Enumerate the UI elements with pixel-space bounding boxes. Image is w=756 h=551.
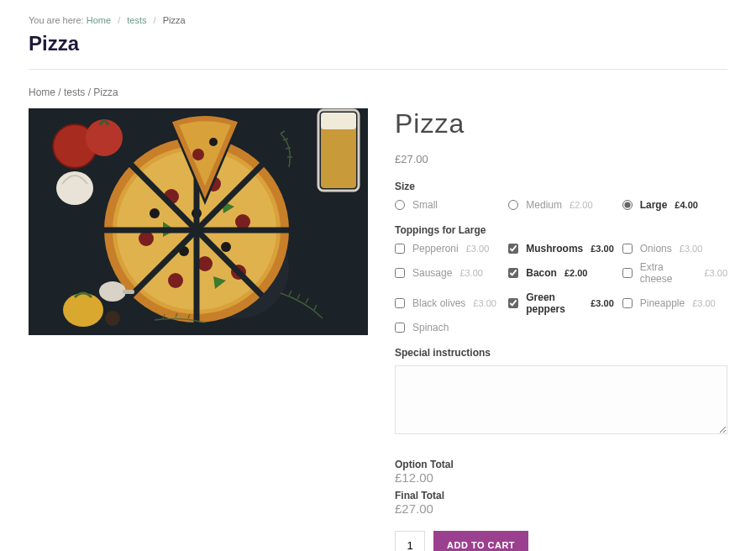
size-price: £2.00 <box>570 200 593 210</box>
option-total-value: £12.00 <box>395 470 727 485</box>
topping-checkbox[interactable] <box>508 244 518 254</box>
topping-option-black-olives[interactable]: Black olives£3.00 <box>395 291 500 315</box>
svg-point-8 <box>139 231 154 246</box>
svg-point-7 <box>235 214 250 229</box>
svg-point-9 <box>197 256 213 271</box>
topping-option-sausage[interactable]: Sausage£3.00 <box>395 261 500 285</box>
page-title: Pizza <box>29 32 727 55</box>
topping-option-bacon[interactable]: Bacon£2.00 <box>508 261 614 285</box>
topping-option-spinach[interactable]: Spinach <box>395 322 500 333</box>
size-radio[interactable] <box>395 200 405 210</box>
topping-checkbox[interactable] <box>508 298 518 308</box>
breadcrumb-shop: Home / tests / Pizza <box>29 87 727 98</box>
breadcrumb-prefix: You are here: <box>29 15 84 25</box>
product-title: Pizza <box>395 108 727 139</box>
svg-point-30 <box>99 281 126 302</box>
quantity-input[interactable] <box>395 531 425 551</box>
topping-price: £3.00 <box>680 244 703 254</box>
size-price: £4.00 <box>675 200 698 210</box>
svg-point-32 <box>105 311 120 326</box>
topping-name: Spinach <box>412 322 449 333</box>
topping-price: £3.00 <box>704 268 727 278</box>
svg-point-29 <box>63 293 103 327</box>
topping-checkbox[interactable] <box>622 268 633 278</box>
size-options: SmallMedium£2.00Large£4.00 <box>395 199 727 211</box>
svg-point-24 <box>86 119 123 156</box>
topping-option-mushrooms[interactable]: Mushrooms£3.00 <box>508 243 614 255</box>
breadcrumb-sep: / <box>154 15 156 25</box>
topping-checkbox[interactable] <box>395 244 405 254</box>
divider <box>29 69 727 70</box>
product-price: £27.00 <box>395 153 727 165</box>
size-name: Small <box>412 199 438 211</box>
size-option-medium[interactable]: Medium£2.00 <box>508 199 613 211</box>
size-name: Large <box>640 199 668 211</box>
toppings-label: Toppings for Large <box>395 224 727 236</box>
topping-price: £3.00 <box>591 244 614 254</box>
final-total-label: Final Total <box>395 490 727 501</box>
svg-point-11 <box>168 273 183 288</box>
topping-name: Black olives <box>412 297 465 309</box>
topping-name: Pepperoni <box>412 243 459 255</box>
breadcrumb-top: You are here: Home / tests / Pizza <box>29 15 727 25</box>
topping-checkbox[interactable] <box>395 298 405 308</box>
topping-options: Pepperoni£3.00Mushrooms£3.00Onions£3.00S… <box>395 243 727 333</box>
svg-rect-31 <box>123 290 134 294</box>
topping-name: Bacon <box>526 267 557 279</box>
size-option-large[interactable]: Large£4.00 <box>622 199 727 211</box>
option-total-label: Option Total <box>395 459 727 470</box>
topping-price: £3.00 <box>473 298 496 308</box>
topping-checkbox[interactable] <box>508 268 518 278</box>
topping-price: £3.00 <box>466 244 490 254</box>
breadcrumb-sep: / <box>118 15 120 25</box>
topping-checkbox[interactable] <box>395 268 405 278</box>
topping-name: Pineapple <box>640 297 685 309</box>
add-to-cart-button[interactable]: ADD TO CART <box>433 531 528 551</box>
topping-price: £3.00 <box>459 268 483 278</box>
topping-price: £2.00 <box>564 268 588 278</box>
size-radio[interactable] <box>622 200 633 210</box>
topping-name: Green peppers <box>526 291 583 315</box>
topping-name: Sausage <box>412 267 452 279</box>
breadcrumb-tests-link[interactable]: tests <box>127 15 146 25</box>
svg-rect-27 <box>321 113 356 129</box>
svg-point-12 <box>150 208 160 218</box>
topping-option-green-peppers[interactable]: Green peppers£3.00 <box>508 291 614 315</box>
product-image[interactable] <box>29 108 368 335</box>
instructions-input[interactable] <box>395 365 727 434</box>
topping-price: £3.00 <box>591 298 614 308</box>
topping-option-onions[interactable]: Onions£3.00 <box>622 243 727 255</box>
topping-option-extra-cheese[interactable]: Extra cheese£3.00 <box>622 261 727 285</box>
topping-name: Extra cheese <box>640 261 697 285</box>
breadcrumb-current: Pizza <box>163 15 186 25</box>
instructions-label: Special instructions <box>395 347 727 359</box>
breadcrumb-home-link[interactable]: Home <box>87 15 111 25</box>
topping-name: Mushrooms <box>526 243 583 255</box>
topping-option-pepperoni[interactable]: Pepperoni£3.00 <box>395 243 500 255</box>
size-radio[interactable] <box>508 200 518 210</box>
topping-option-pineapple[interactable]: Pineapple£3.00 <box>622 291 727 315</box>
size-option-small[interactable]: Small <box>395 199 500 211</box>
svg-point-20 <box>192 149 204 160</box>
final-total-value: £27.00 <box>395 501 727 516</box>
topping-name: Onions <box>640 243 672 255</box>
size-name: Medium <box>526 199 562 211</box>
topping-checkbox[interactable] <box>622 244 633 254</box>
svg-point-21 <box>209 138 218 146</box>
svg-point-13 <box>221 242 231 252</box>
topping-checkbox[interactable] <box>622 298 633 308</box>
size-label: Size <box>395 181 727 192</box>
topping-price: £3.00 <box>692 298 716 308</box>
topping-checkbox[interactable] <box>395 323 405 333</box>
